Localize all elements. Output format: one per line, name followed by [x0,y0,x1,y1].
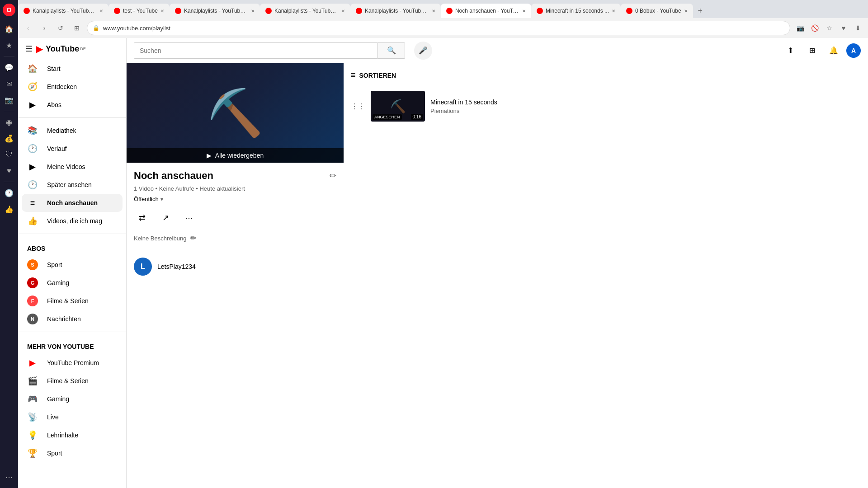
tab-2-close[interactable]: ✕ [160,9,164,14]
compass-icon: 🧭 [27,81,38,92]
tab-7-close[interactable]: ✕ [612,9,615,14]
tab-3[interactable]: Kanalplaylists - YouTube S... ✕ [170,4,260,18]
lock-icon: 🔒 [93,25,99,31]
apps-button[interactable]: ⊞ [803,42,821,60]
nav-bar: ‹ › ↺ ⊞ 🔒 www.youtube.com/playlist 📷 🚫 ☆… [18,18,868,38]
playlist-panel: ⛏️ ▶ Alle wiedergeben Noch anschauen ✏ 1… [127,63,344,488]
opera-logo[interactable]: O [3,4,15,16]
tab-7[interactable]: Minecraft in 15 seconds ... ✕ [531,4,621,18]
opera-messenger-icon[interactable]: ✉ [2,76,16,91]
sidebar-item-gaming[interactable]: G Gaming [22,274,123,292]
opera-wallet-icon[interactable]: 💰 [2,131,16,145]
sidebar-item-filme-serien2[interactable]: 🎬 Filme & Serien [22,372,123,390]
mic-button[interactable]: 🎤 [414,42,432,60]
upload-button[interactable]: ⬆ [781,42,799,60]
opera-home-icon[interactable]: 🏠 [2,22,16,36]
video-thumbnail[interactable]: ⛏️ ANGESEHEN 0:16 [371,91,425,122]
opera-divider-2 [4,111,14,111]
sidebar-item-live[interactable]: 📡 Live [22,408,123,426]
tab-6-close[interactable]: ✕ [522,9,526,14]
forward-button[interactable]: › [38,22,51,34]
drag-handle-icon[interactable]: ⋮⋮ [351,102,365,111]
sidebar-label-spaeter-ansehen: Später ansehen [47,181,92,188]
opera-whatsapp-icon[interactable]: 💬 [2,60,16,75]
tab-2[interactable]: test - YouTube ✕ [108,4,170,18]
sidebar-item-verlauf[interactable]: 🕐 Verlauf [22,140,123,158]
playlist-edit-icon[interactable]: ✏ [330,171,336,181]
screenshot-icon[interactable]: 📷 [794,22,807,34]
sidebar-item-youtube-premium[interactable]: ▶ YouTube Premium [22,354,123,372]
sort-icon: ≡ [351,70,356,80]
sidebar-item-sport2[interactable]: 🏆 Sport [22,444,123,462]
my-videos-icon: ▶ [27,161,38,172]
tab-8-favicon [626,8,632,14]
sidebar-item-spaeter-ansehen[interactable]: 🕐 Später ansehen [22,176,123,194]
sidebar-item-abos[interactable]: ▶ Abos [22,96,123,114]
tab-8-close[interactable]: ✕ [684,9,688,14]
playlist-thumbnail[interactable]: ⛏️ ▶ Alle wiedergeben [127,63,344,163]
sidebar-item-mediathek[interactable]: 📚 Mediathek [22,122,123,140]
visibility-chevron-icon[interactable]: ▾ [160,196,163,202]
opera-heart-icon[interactable]: ♥ [2,164,16,178]
hamburger-menu-icon[interactable]: ☰ [25,44,33,54]
description-edit-icon[interactable]: ✏ [190,233,197,243]
tab-1[interactable]: Kanalplaylists - YouTube S... ✕ [18,4,108,18]
tab-4[interactable]: Kanalplaylists - YouTube S... ✕ [260,4,350,18]
opera-clock-icon[interactable]: 🕐 [2,186,16,200]
tab-6[interactable]: Noch anschauen - YouTube... ✕ [441,4,531,18]
address-url[interactable]: www.youtube.com/playlist [103,25,784,32]
yt-logo-icon: ▶ [36,43,43,54]
heart-nav-icon[interactable]: ♥ [837,22,850,34]
tab-1-close[interactable]: ✕ [99,9,103,14]
refresh-button[interactable]: ↺ [54,22,67,34]
opera-more-icon[interactable]: ⋯ [2,470,16,484]
sidebar-label-noch-anschauen: Noch anschauen [47,199,98,206]
sidebar-item-gaming2[interactable]: 🎮 Gaming [22,390,123,408]
opera-vr-icon[interactable]: ◉ [2,115,16,129]
channel-row[interactable]: L LetsPlay1234 [127,250,344,283]
sidebar-item-sport[interactable]: S Sport [22,256,123,274]
opera-shield-icon[interactable]: 🛡 [2,147,16,162]
tab-bar: Kanalplaylists - YouTube S... ✕ test - Y… [18,0,868,18]
tab-7-favicon [537,8,543,14]
sport2-icon: 🏆 [27,448,38,459]
bookmark-icon[interactable]: ☆ [823,22,835,34]
sidebar-item-entdecken[interactable]: 🧭 Entdecken [22,78,123,96]
notifications-button[interactable]: 🔔 [825,42,843,60]
tab-5-close[interactable]: ✕ [432,9,435,14]
sidebar-label-live: Live [47,413,59,421]
yt-logo[interactable]: ▶ YouTube DE [36,43,86,54]
home-button[interactable]: ⊞ [71,22,83,34]
tab-4-close[interactable]: ✕ [341,9,345,14]
sidebar-item-start[interactable]: 🏠 Start [22,60,123,78]
block-icon[interactable]: 🚫 [808,22,821,34]
user-avatar[interactable]: A [846,43,861,58]
yt-logo-de: DE [80,47,86,51]
opera-instagram-icon[interactable]: 📷 [2,93,16,107]
opera-bookmark-icon[interactable]: ★ [2,38,16,52]
tab-5[interactable]: Kanalplaylists - YouTube S... ✕ [350,4,441,18]
shuffle-icon[interactable]: ⇄ [134,210,150,226]
sidebar-item-nachrichten[interactable]: N Nachrichten [22,310,123,328]
sort-label[interactable]: SORTIEREN [359,72,396,79]
filme-avatar: F [27,296,38,306]
sidebar-label-abos: Abos [47,101,61,108]
sidebar-item-filme-serien[interactable]: F Filme & Serien [22,292,123,310]
video-title[interactable]: Minecraft in 15 seconds [430,99,861,106]
sidebar-item-noch-anschauen[interactable]: ≡ Noch anschauen [22,194,123,212]
more-options-icon[interactable]: ⋯ [181,210,197,226]
tab-8[interactable]: 0 Bobux - YouTube ✕ [621,4,693,18]
sidebar-item-meine-videos[interactable]: ▶ Meine Videos [22,158,123,176]
search-input[interactable] [134,42,378,59]
download-icon[interactable]: ⬇ [852,22,864,34]
sidebar-item-liked-videos[interactable]: 👍 Videos, die ich mag [22,212,123,230]
sidebar-item-lehrinhalte[interactable]: 💡 Lehrinhalte [22,426,123,444]
tab-3-close[interactable]: ✕ [251,9,255,14]
back-button[interactable]: ‹ [22,22,34,34]
search-button[interactable]: 🔍 [378,42,405,59]
address-bar[interactable]: 🔒 www.youtube.com/playlist [87,21,790,35]
new-tab-button[interactable]: + [693,4,708,18]
share-icon[interactable]: ↗ [157,210,174,226]
opera-thumb-icon[interactable]: 👍 [2,202,16,216]
play-all-overlay[interactable]: ▶ Alle wiedergeben [127,148,344,163]
